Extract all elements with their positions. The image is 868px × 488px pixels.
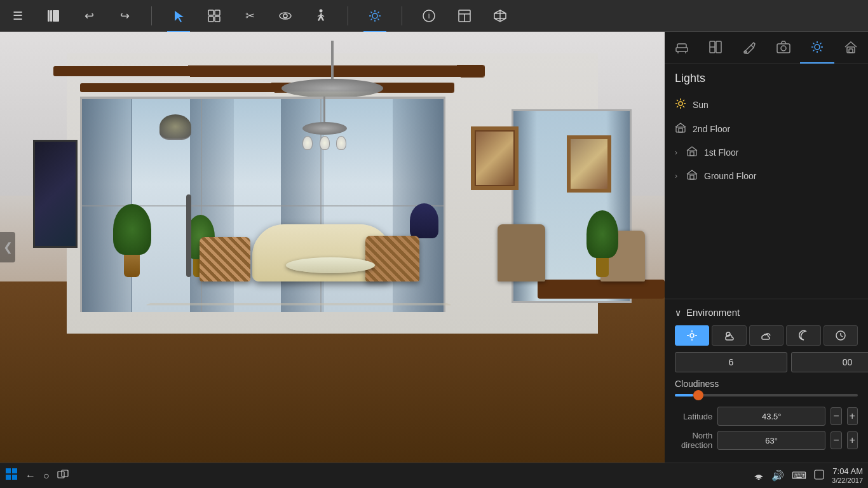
- svg-rect-0: [48, 10, 50, 22]
- 3d-viewport[interactable]: ❮: [0, 32, 665, 463]
- light-item-sun[interactable]: Sun: [675, 93, 858, 117]
- svg-line-39: [820, 50, 821, 51]
- light-item-ground-floor[interactable]: › Ground Floor: [675, 164, 858, 187]
- time-block[interactable]: 7:04 AM 3/22/2017: [832, 466, 863, 485]
- time-minute-input[interactable]: [791, 352, 868, 372]
- tab-build[interactable]: [698, 32, 732, 64]
- main-area: ❮: [0, 32, 868, 463]
- north-direction-input[interactable]: [717, 431, 825, 450]
- environment-header[interactable]: ∨ Environment: [675, 307, 858, 318]
- keyboard-icon[interactable]: ⌨: [792, 470, 806, 482]
- objects-button[interactable]: [203, 4, 226, 27]
- 2nd-floor-icon: [675, 122, 686, 135]
- btn-partly-cloudy[interactable]: [712, 325, 746, 346]
- svg-line-51: [683, 100, 684, 101]
- notification-icon[interactable]: [814, 470, 824, 482]
- plant-1: [113, 204, 151, 277]
- coffee-table: [286, 257, 375, 273]
- redo-button[interactable]: ↪: [113, 4, 136, 27]
- chandelier-rod: [331, 41, 334, 79]
- ceiling-beam-1: [53, 65, 485, 78]
- cloudiness-thumb[interactable]: [693, 390, 703, 400]
- svg-line-15: [371, 11, 372, 13]
- menu-button[interactable]: ☰: [6, 4, 29, 27]
- 1st-floor-floor-icon: [686, 146, 698, 159]
- btn-cloudy[interactable]: [749, 325, 783, 346]
- separator-3: [402, 6, 402, 25]
- svg-line-50: [683, 106, 684, 107]
- sun-icon: [675, 98, 686, 112]
- 3d-view-button[interactable]: [489, 4, 512, 27]
- cut-button[interactable]: ✂: [238, 4, 261, 27]
- plant-right: [587, 210, 618, 277]
- svg-line-18: [371, 18, 372, 20]
- armchair-2: [365, 236, 419, 281]
- search-button[interactable]: ○: [43, 470, 50, 482]
- network-icon[interactable]: [754, 470, 764, 482]
- select-button[interactable]: [167, 4, 190, 27]
- latitude-row: Latitude − +: [675, 407, 858, 426]
- svg-rect-31: [777, 44, 790, 53]
- light-item-2nd-floor[interactable]: 2nd Floor: [675, 117, 858, 140]
- view-button[interactable]: [274, 4, 297, 27]
- svg-rect-24: [676, 48, 688, 51]
- svg-rect-53: [676, 127, 685, 132]
- latitude-label: Latitude: [675, 412, 712, 421]
- cloudiness-fill: [675, 394, 693, 396]
- undo-button[interactable]: ↩: [78, 4, 100, 27]
- floor-lamp-rod: [186, 194, 191, 277]
- svg-point-10: [372, 13, 377, 18]
- library-button[interactable]: [42, 4, 65, 27]
- time-display: 7:04 AM: [832, 466, 863, 477]
- svg-rect-70: [6, 475, 11, 480]
- ground-floor-label: Ground Floor: [704, 171, 756, 181]
- svg-rect-43: [849, 49, 853, 53]
- tab-home[interactable]: [834, 32, 868, 64]
- tab-camera[interactable]: [766, 32, 800, 64]
- walk-button[interactable]: [309, 4, 332, 27]
- svg-rect-56: [690, 152, 694, 156]
- btn-clock[interactable]: [824, 325, 858, 346]
- chandelier-2: [299, 97, 350, 150]
- cloudiness-slider[interactable]: [675, 394, 858, 396]
- latitude-plus-button[interactable]: +: [847, 407, 858, 425]
- svg-rect-1: [50, 10, 52, 22]
- panel-spacer: [665, 195, 868, 299]
- svg-point-8: [283, 14, 287, 18]
- svg-rect-6: [215, 17, 220, 22]
- lights-title: Lights: [675, 72, 858, 85]
- svg-line-16: [378, 18, 379, 20]
- svg-rect-68: [6, 468, 11, 473]
- tab-lights[interactable]: [800, 32, 834, 64]
- start-button[interactable]: [5, 468, 18, 484]
- dining-table: [538, 280, 665, 299]
- back-button[interactable]: ←: [25, 470, 36, 482]
- floor-lamp-shade: [159, 114, 191, 140]
- time-inputs-row: [675, 352, 858, 372]
- light-item-1st-floor[interactable]: › 1st Floor: [675, 140, 858, 164]
- btn-night[interactable]: [786, 325, 820, 346]
- svg-rect-69: [12, 468, 17, 473]
- tab-paint[interactable]: [733, 32, 766, 64]
- date-display: 3/22/2017: [832, 477, 863, 485]
- svg-line-40: [820, 43, 821, 44]
- volume-icon[interactable]: 🔊: [771, 470, 784, 482]
- north-direction-plus-button[interactable]: +: [847, 431, 858, 449]
- svg-point-32: [781, 46, 786, 51]
- latitude-minus-button[interactable]: −: [831, 407, 841, 425]
- north-direction-minus-button[interactable]: −: [831, 431, 841, 449]
- time-hour-input[interactable]: [675, 352, 787, 372]
- taskbar-right: 🔊 ⌨ 7:04 AM 3/22/2017: [754, 466, 863, 485]
- 1st-floor-expand-icon: ›: [675, 148, 677, 157]
- latitude-input[interactable]: [717, 407, 825, 426]
- svg-point-59: [690, 334, 694, 337]
- btn-clear-sky[interactable]: [675, 325, 709, 346]
- tab-furniture[interactable]: [665, 32, 698, 64]
- info-button[interactable]: i: [417, 4, 440, 27]
- svg-line-17: [378, 11, 379, 13]
- task-view-button[interactable]: [57, 469, 69, 483]
- sun-button[interactable]: [363, 4, 386, 27]
- layout-button[interactable]: [453, 4, 476, 27]
- svg-rect-74: [815, 470, 824, 479]
- left-navigation-arrow[interactable]: ❮: [0, 232, 15, 262]
